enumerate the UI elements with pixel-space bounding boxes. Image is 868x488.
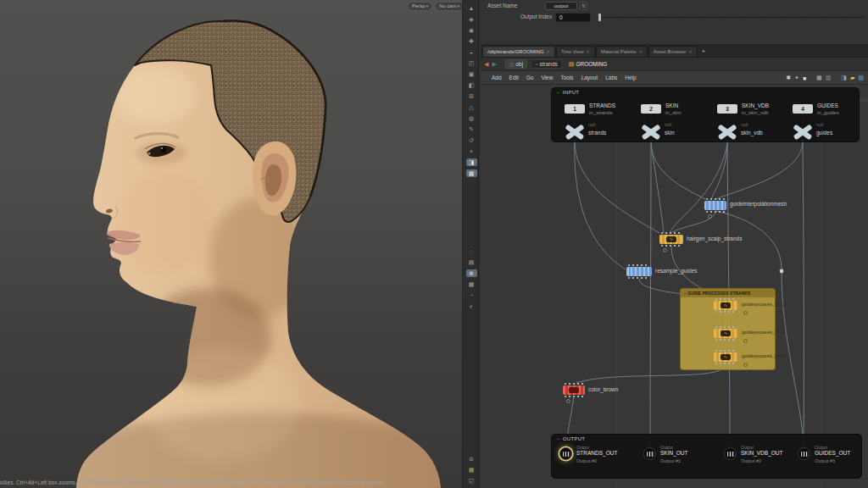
node-resample-guides[interactable] (626, 267, 652, 276)
menu-labs[interactable]: Labs (605, 75, 617, 80)
viewport-tool-icon[interactable]: ◐ (466, 302, 477, 310)
viewport-tool-icon[interactable]: ⌖ (466, 147, 477, 155)
null-node-icon[interactable] (565, 124, 585, 141)
viewport-tool-icon[interactable]: ⊘ (466, 455, 477, 463)
null-node-icon[interactable] (793, 124, 813, 141)
input-node-skin-vdb[interactable]: 3 SKIN_VDB in_skin_vdb null skin_vdb (710, 96, 785, 145)
node-flag-badge[interactable] (566, 399, 570, 403)
menu-view[interactable]: View (541, 75, 553, 80)
tab-close-icon[interactable]: ✕ (587, 49, 590, 54)
viewport-tool-icon[interactable]: ▤ (466, 258, 477, 266)
viewport-tool-icon[interactable]: ▩ (466, 169, 477, 177)
node-guideprocess-bend[interactable]: ∿ (714, 352, 737, 362)
forward-arrow-icon[interactable]: ▶ (492, 61, 496, 68)
viewport-tool-icon[interactable]: ▲ (466, 4, 477, 12)
back-arrow-icon[interactable]: ◀ (484, 61, 488, 68)
node-flag-badge[interactable] (708, 214, 712, 219)
viewport-tool-icon[interactable]: ◒ (466, 48, 477, 56)
subnet-input-connector[interactable]: 3 (717, 104, 737, 114)
breadcrumb-obj[interactable]: ◫ obj (505, 59, 527, 69)
tab-network-groomig[interactable]: /obj/strands/GROOMING ✕ (482, 46, 555, 57)
snap-grid-icon[interactable]: ▨ (858, 75, 864, 81)
node-guideinterpolationmesh[interactable] (704, 201, 726, 210)
menu-help[interactable]: Help (625, 75, 636, 80)
node-flag-badge[interactable] (663, 248, 667, 252)
input-node-strands[interactable]: 1 STRANDS in_strands null strands (558, 96, 632, 145)
tab-close-icon[interactable]: ✕ (547, 49, 550, 54)
collapse-icon[interactable]: − (684, 291, 687, 296)
scene-viewport[interactable]: Persp▾ No cam▾ dollies. Ctrl+Alt+Left bo… (0, 0, 462, 488)
node-guideprocess-length[interactable]: ∿ (714, 301, 737, 310)
asset-name-value[interactable]: output (545, 2, 577, 10)
head-model (0, 0, 462, 488)
viewport-camera-select[interactable]: No cam▾ (435, 2, 462, 11)
tab-tree-view[interactable]: Tree View ✕ (556, 46, 595, 57)
output-node-guides-out[interactable]: Output GUIDES_OUT Output #3 (798, 445, 868, 469)
node-flag-badge[interactable] (743, 363, 748, 367)
output-connector-icon[interactable] (724, 447, 737, 460)
tab-asset-browser[interactable]: Asset Browser ✕ (648, 46, 698, 57)
output-node-strands-out[interactable]: Output STRANDS_OUT Output #0 (559, 445, 637, 469)
spinner-icon[interactable]: ⇅ (580, 2, 587, 10)
viewport-tool-icon[interactable]: ◨ (466, 158, 477, 166)
viewport-tool-icon[interactable]: ◔ (466, 291, 477, 299)
subnet-input-connector[interactable]: 2 (641, 104, 661, 114)
tab-close-icon[interactable]: ✕ (688, 49, 692, 54)
grid-layout-alt-icon[interactable]: ▥ (826, 75, 832, 81)
color-palette-icon[interactable]: ◨ (841, 75, 847, 81)
viewport-tool-icon[interactable]: ✎ (466, 125, 477, 133)
viewport-tool-icon[interactable]: ▦ (466, 466, 477, 474)
menu-go[interactable]: Go (526, 75, 534, 80)
input-node-skin[interactable]: 2 SKIN in_skin null skin (634, 96, 709, 145)
menu-layout[interactable]: Layout (581, 75, 598, 80)
menu-add[interactable]: Add (492, 75, 502, 80)
viewport-tool-icon[interactable]: ◱ (466, 477, 477, 485)
viewport-tool-icon[interactable]: ▦ (466, 280, 477, 288)
breadcrumb-grooming[interactable]: ▤ GROOMING (565, 59, 610, 69)
viewport-tool-icon[interactable]: ◈ (466, 15, 477, 23)
viewport-tool-icon[interactable]: ▣ (466, 70, 477, 78)
viewport-tool-icon[interactable]: ✚ (466, 37, 477, 45)
subnet-input-connector[interactable]: 4 (793, 104, 813, 114)
subnet-input-connector[interactable]: 1 (565, 104, 585, 114)
output-connector-icon[interactable] (559, 447, 572, 460)
collapse-icon[interactable]: − (557, 90, 560, 95)
null-node-icon[interactable] (641, 124, 661, 141)
menu-edit[interactable]: Edit (509, 75, 519, 80)
collapse-icon[interactable]: − (557, 436, 560, 441)
output-connector-icon[interactable] (798, 447, 810, 460)
viewport-tool-icon[interactable]: △ (466, 103, 477, 111)
node-hairgen-scalp-strands[interactable]: ∿ (659, 235, 683, 244)
output-index-slider[interactable] (598, 17, 865, 18)
node-color-brown[interactable] (563, 385, 585, 395)
viewport-tool-icon[interactable]: ◧ (466, 81, 477, 89)
node-guideprocess-frizz[interactable]: ∿ (714, 329, 737, 338)
output-connector-icon[interactable] (643, 447, 656, 460)
viewport-tool-icon[interactable]: ⊕ (466, 269, 477, 277)
tab-material-palette[interactable]: Material Palette ✕ (596, 46, 648, 57)
network-editor-canvas[interactable]: Geo (481, 85, 868, 488)
viewport-camera-menu[interactable]: Persp▾ (408, 2, 432, 11)
input-node-guides[interactable]: 4 GUIDES in_guides null guides (786, 96, 860, 145)
viewport-tool-icon[interactable]: ↺ (466, 136, 477, 144)
output-node-skin-out[interactable]: Output SKIN_OUT Output #1 (643, 445, 721, 469)
viewport-tool-icon[interactable]: ◰ (466, 59, 477, 67)
output-index-field[interactable]: 0 (555, 13, 591, 22)
character-icon[interactable]: ✦ (794, 75, 799, 81)
viewport-tool-icon[interactable]: ⊞ (466, 92, 477, 100)
output-node-skin-vdb-out[interactable]: Output SKIN_VDB_OUT Output #2 (724, 445, 802, 469)
viewport-tool-icon[interactable]: ◉ (466, 26, 477, 34)
viewport-tool-icon[interactable]: ◍ (466, 114, 477, 122)
node-flag-badge[interactable] (743, 339, 748, 343)
node-flag-badge[interactable] (743, 311, 748, 315)
new-tab-button[interactable]: + (702, 46, 706, 57)
null-node-icon[interactable] (717, 124, 737, 141)
menu-tools[interactable]: Tools (560, 75, 573, 80)
viewport-tool-icon[interactable]: ◌ (466, 247, 477, 255)
tab-close-icon[interactable]: ✕ (638, 49, 642, 54)
tools-icon[interactable]: ✱ (786, 75, 791, 81)
breadcrumb-strands[interactable]: ≈ strands (531, 59, 562, 69)
panel-icon[interactable]: ■ (803, 75, 806, 81)
sticky-note-icon[interactable]: ▰ (850, 75, 854, 81)
grid-layout-icon[interactable]: ▦ (816, 75, 822, 81)
